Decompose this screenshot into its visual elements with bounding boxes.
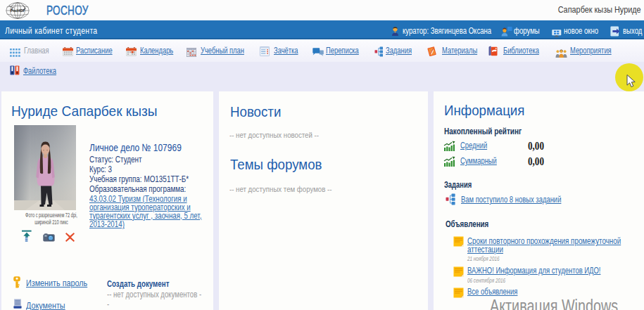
svg-text:РосНОУ: РосНОУ xyxy=(11,8,25,13)
